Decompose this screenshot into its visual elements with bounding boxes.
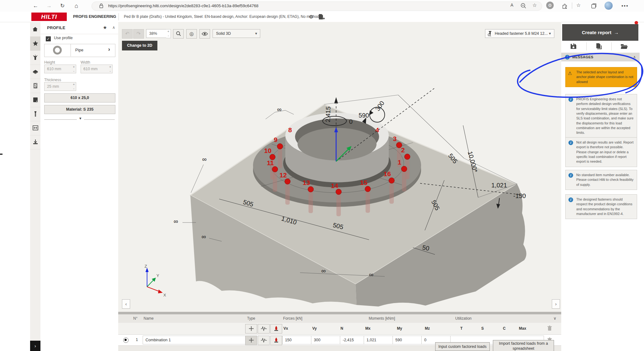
my-cell[interactable]: 590 [393,336,424,344]
nav-anchor[interactable] [30,107,40,121]
svg-text:∞: ∞ [277,106,282,113]
profile-select-chevron-icon[interactable]: › [108,46,110,53]
nav-baseplate[interactable] [30,121,40,135]
save-icon[interactable] [571,43,577,50]
fire-load-type-button[interactable] [270,324,282,333]
zoom-level-input[interactable]: 38% [146,29,167,38]
row-radio-selected[interactable] [123,338,129,343]
app-header: HILTI PROFIS ENGINEERING Ped Br B plate … [0,12,644,22]
collapse-panel-button[interactable]: › [30,341,40,351]
header-divider [119,13,119,20]
nav-smart-design[interactable] [30,51,40,65]
scene-3d[interactable]: 1 2 3 4 8 9 10 11 12 13 14 15 16 [118,22,561,315]
expand-more-chevron-icon[interactable]: ▾ [77,116,84,121]
fire-load-icon [274,338,278,343]
n-cell[interactable]: -2,415 [340,336,366,344]
browser-menu-icon[interactable]: ••• [621,0,629,12]
svg-text:∞: ∞ [369,271,373,278]
profile-size-button[interactable]: 610 x 25,0 [44,93,115,102]
svg-text:2,415: 2,415 [324,106,332,122]
mx-cell[interactable]: 1,021 [364,336,395,344]
browser-back-icon[interactable]: ← [33,0,38,12]
visibility-button[interactable] [199,29,210,39]
anchor-bolt-icon [34,111,37,117]
width-decrement-button[interactable]: - [108,69,113,73]
pan-left-button[interactable]: ‹ [122,299,130,309]
mx-header: Mx [365,326,371,331]
browser-profile-avatar[interactable] [604,2,613,10]
favorites-bar-icon[interactable]: ☆ [576,2,581,8]
design-settings-gear-icon[interactable]: ⚙ [309,12,313,22]
vx-cell[interactable]: 150 [282,336,314,344]
add-favorite-icon[interactable]: ☆ [532,2,537,8]
zoom-out-icon[interactable] [520,3,527,9]
thickness-label: Thickness [44,78,61,82]
material-button[interactable]: Material: S 235 [44,105,115,114]
project-title[interactable]: Ped Br B plate (Drafts) - United Kingdom… [124,12,319,22]
redo-button[interactable]: ↷ [133,29,144,39]
change-to-2d-button[interactable]: Change to 2D [122,41,157,50]
seismic-load-type-button[interactable] [258,324,270,333]
browser-home-icon[interactable]: ⌂ [75,0,78,12]
svg-text:14: 14 [331,182,338,189]
arrow-right-icon: → [614,30,619,35]
panel-favorite-star-icon[interactable]: ★ [103,25,107,30]
row-seismic-load-button[interactable] [258,336,270,345]
view-mode-dropdown[interactable]: Solid 3D▾ [213,29,260,38]
pan-right-button[interactable]: › [552,299,560,309]
collections-icon[interactable] [591,3,597,9]
center-view-button[interactable]: ◎ [186,29,197,39]
export-document-icon[interactable] [318,14,325,20]
table-collapse-icon[interactable]: ∨ [553,316,557,321]
height-decrement-button[interactable]: - [72,69,76,73]
nav-export[interactable] [30,135,40,149]
thickness-input[interactable]: 25 mm [44,82,72,91]
height-input[interactable]: 610 mm [44,65,72,73]
static-load-type-button[interactable] [245,324,257,333]
vy-cell[interactable]: 300 [311,336,342,344]
row-static-load-button[interactable] [245,336,257,345]
width-increment-button[interactable]: + [108,65,113,69]
create-report-button[interactable]: Create report → [562,24,638,41]
seismic-load-icon [261,338,267,343]
messages-section-header[interactable]: i MESSAGES ∧ [561,53,640,61]
thickness-increment-button[interactable]: + [72,82,76,87]
nav-home[interactable] [30,23,40,37]
delete-column-icon[interactable] [547,326,552,331]
my-header: My [397,326,402,331]
read-aloud-icon[interactable]: A [510,3,513,8]
nav-plate[interactable] [30,93,40,107]
url-text[interactable]: https://profisengineering.hilti.com/desi… [108,0,258,12]
extensions-icon[interactable] [562,3,568,9]
message-card-info: i The designed fasteners should respect … [565,194,637,219]
fastener-dropdown[interactable]: Headed fastener 5.8 M24 12... ▾ [485,29,554,38]
fastener-value: Headed fastener 5.8 M24 12... [495,29,548,38]
zoom-decrement-button[interactable]: - [166,34,171,38]
hilti-logo: HILTI [31,13,67,21]
row-fire-load-button[interactable] [270,336,282,345]
nav-favorites[interactable] [30,37,40,51]
zoom-search-button[interactable] [173,29,184,39]
browser-settings-badge-icon[interactable]: ⚙ [546,2,554,9]
svg-text:16: 16 [383,170,391,177]
col-utilization-header: Utilization [455,316,472,321]
undo-button[interactable]: ↶ [122,29,133,39]
open-folder-icon[interactable] [621,44,628,49]
input-custom-loads-button[interactable]: Input custom factored loads [435,342,490,351]
height-increment-button[interactable]: + [72,65,76,69]
nav-base-material[interactable] [30,79,40,93]
combination-name-cell[interactable]: Combination 1 [143,336,245,344]
n-header: N [340,326,343,331]
svg-text:1: 1 [398,159,401,166]
browser-forward-icon[interactable]: → [46,0,52,12]
width-input[interactable]: 610 mm [81,65,109,73]
thickness-decrement-button[interactable]: - [72,86,76,91]
panel-collapse-icon[interactable]: ∧ [112,25,115,30]
duplicate-document-icon[interactable] [596,43,602,50]
import-loads-button[interactable]: Import factored loads from a spreadsheet [493,340,554,351]
use-profile-checkbox[interactable]: ✓ [46,36,51,41]
svg-text:∞: ∞ [174,218,178,225]
radio-dot [124,339,127,341]
browser-refresh-icon[interactable]: ↻ [60,0,65,12]
nav-anchor-plate[interactable] [30,65,40,79]
